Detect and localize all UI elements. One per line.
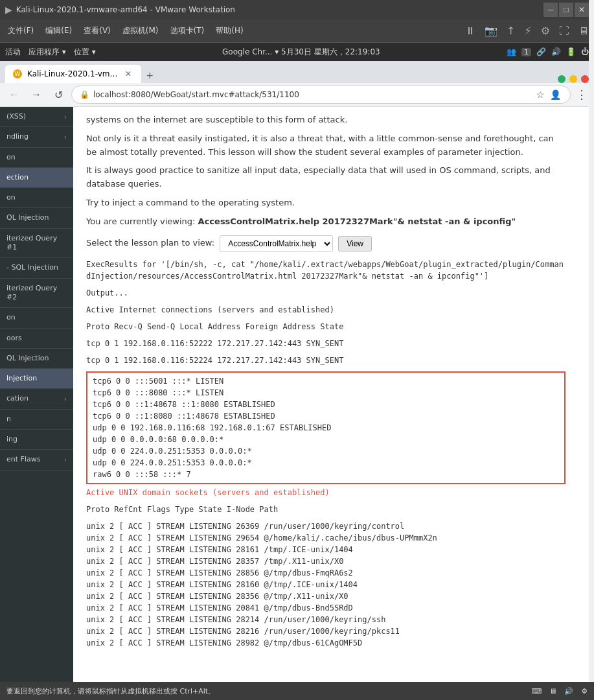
traffic-light-green — [558, 75, 565, 83]
sidebar-item-label: on — [6, 193, 67, 202]
unix-header-red: Active UNIX domain sockets (servers and … — [86, 487, 565, 498]
activities-item[interactable]: 活动 — [5, 47, 21, 58]
sidebar-item-cation[interactable]: cation › — [0, 389, 73, 409]
sidebar-item-label: - SQL Injection — [6, 263, 67, 272]
intro-para-2: Not only is it a threat easily instigate… — [86, 132, 565, 159]
account-button[interactable]: 👤 — [549, 88, 562, 101]
traffic-lights — [558, 75, 589, 83]
address-bar[interactable]: 🔒 localhost:8080/WebGoat/start.mvc#attac… — [71, 86, 571, 104]
power-icon[interactable]: ⚡ — [521, 23, 534, 38]
keyboard-icon: ⌨ — [531, 687, 542, 695]
sidebar-item-n[interactable]: n — [0, 410, 73, 430]
vmware-toolbar-icons: ⏸ 📷 ↑ ⚡ ⚙ ⛶ 🖥 — [463, 23, 591, 38]
snapshot-icon[interactable]: 📷 — [482, 23, 500, 38]
sidebar-item-on2[interactable]: on — [0, 188, 73, 208]
sidebar-item-label: iterized Query #1 — [6, 234, 67, 253]
traffic-light-yellow — [569, 75, 577, 83]
view-button[interactable]: View — [338, 236, 372, 251]
fullscreen-icon[interactable]: ⛶ — [556, 23, 572, 38]
sidebar-item-flaws[interactable]: ent Flaws › — [0, 450, 73, 470]
unix-entry-7: unix 2 [ ACC ] STREAM LISTENING 20841 @/… — [86, 602, 565, 614]
main-area: (XSS) › ndling › on ection on QL Injecti… — [0, 107, 594, 682]
lesson-select[interactable]: AccessControlMatrix.help — [220, 235, 333, 252]
sidebar-item-doors[interactable]: oors — [0, 329, 73, 349]
applications-item[interactable]: 应用程序 ▾ — [29, 47, 66, 58]
current-viewing-value: AccessControlMatrix.help 20172327Mark"& … — [198, 216, 516, 226]
hl-conn-4: udp 0 0 192.168.0.116:68 192.168.0.1:67 … — [93, 422, 559, 434]
network-icon: 🔗 — [536, 47, 546, 56]
hl-conn-1: tcp6 0 0 :::8080 :::* LISTEN — [93, 387, 559, 399]
sidebar-item-label: ent Flaws — [6, 455, 64, 464]
reload-button[interactable]: ↺ — [49, 86, 67, 104]
sidebar-item-label: n — [6, 415, 67, 424]
menu-edit[interactable]: 编辑(E) — [40, 23, 77, 39]
display-small-icon: 🖥 — [549, 687, 556, 695]
status-bar-right: ⌨ 🖥 🔊 ⚙ — [531, 687, 588, 695]
sidebar-item-label: on — [6, 313, 67, 322]
pause-icon[interactable]: ⏸ — [463, 23, 478, 38]
sidebar-item-sql-injection[interactable]: QL Injection — [0, 208, 73, 228]
sidebar-item-xss[interactable]: (XSS) › — [0, 107, 73, 127]
exec-results: ExecResults for '[/bin/sh, -c, cat "/hom… — [86, 259, 565, 366]
menu-vm[interactable]: 虚拟机(M) — [117, 23, 164, 39]
hl-conn-3: tcp6 0 0 ::1:8080 ::1:48678 ESTABLISHED — [93, 410, 559, 422]
current-viewing-label: You are currently viewing: — [86, 216, 195, 226]
browser-tab[interactable]: W Kali-Linux-2020.1-vmwar... ✕ — [5, 65, 141, 83]
hl-conn-2: tcp6 0 0 ::1:48678 ::1:8080 ESTABLISHED — [93, 399, 559, 410]
os-topbar-left: 活动 应用程序 ▾ 位置 ▾ — [5, 47, 96, 58]
bookmark-button[interactable]: ☆ — [535, 88, 546, 101]
tab-favicon: W — [13, 69, 22, 78]
forward-button[interactable]: → — [27, 86, 45, 104]
menu-view[interactable]: 查看(V) — [78, 23, 116, 39]
sidebar-item-on3[interactable]: on — [0, 308, 73, 328]
hl-conn-8: raw6 0 0 :::58 :::* 7 — [93, 469, 559, 480]
places-item[interactable]: 位置 ▾ — [74, 47, 96, 58]
address-bar-actions: ☆ 👤 — [535, 88, 562, 101]
chevron-icon: › — [64, 456, 67, 464]
os-topbar-right: 👥 1 🔗 🔊 🔋 ⏻ — [507, 47, 589, 56]
sound-small-icon: 🔊 — [564, 687, 573, 695]
sidebar-item-label: ection — [6, 173, 67, 182]
sidebar-item-ql-injection[interactable]: QL Injection — [0, 349, 73, 369]
menu-tabs[interactable]: 选项卡(T) — [165, 23, 210, 39]
menu-file[interactable]: 文件(F) — [3, 23, 39, 39]
title-bar: ▶ Kali-Linux-2020.1-vmware-amd64 - VMwar… — [0, 0, 594, 19]
sidebar-item-on[interactable]: on — [0, 148, 73, 168]
back-button[interactable]: ← — [5, 86, 23, 104]
hl-conn-5: udp 0 0 0.0.0.0:68 0.0.0.0:* — [93, 434, 559, 445]
sidebar-item-parameterized-1[interactable]: iterized Query #1 — [0, 229, 73, 259]
vmware-logo-icon: ▶ — [5, 5, 12, 15]
settings-icon[interactable]: ⚙ — [538, 23, 553, 38]
title-bar-left: ▶ Kali-Linux-2020.1-vmware-amd64 - VMwar… — [5, 5, 235, 15]
sidebar-item-label: iterized Query #2 — [6, 284, 67, 303]
menu-help[interactable]: 帮助(H) — [211, 23, 248, 39]
os-topbar: 活动 应用程序 ▾ 位置 ▾ Google Chr... ▾ 5月30日 星期六… — [0, 43, 594, 61]
sidebar-item-handling[interactable]: ndling › — [0, 127, 73, 147]
os-topbar-center: Google Chr... ▾ 5月30日 星期六，22:19:03 — [96, 47, 507, 58]
send-icon[interactable]: ↑ — [504, 23, 518, 38]
unix-entry-8: unix 2 [ ACC ] STREAM LISTENING 28214 /r… — [86, 614, 565, 625]
minimize-button[interactable]: ─ — [543, 3, 558, 17]
window-controls: ─ □ ✕ — [543, 3, 589, 17]
display-icon[interactable]: 🖥 — [576, 23, 591, 38]
sidebar-item-injection2[interactable]: Injection — [0, 369, 73, 389]
tab-close-button[interactable]: ✕ — [123, 69, 133, 79]
sidebar-item-ing[interactable]: ing — [0, 430, 73, 450]
browser-container: W Kali-Linux-2020.1-vmwar... ✕ + ← → ↺ 🔒… — [0, 61, 594, 682]
status-text: 要返回到您的计算机，请将鼠标指针从虚拟机移出或按 Ctrl+Alt。 — [6, 686, 531, 696]
sidebar-item-parameterized-2[interactable]: iterized Query #2 — [0, 279, 73, 309]
maximize-button[interactable]: □ — [559, 3, 573, 17]
lock-icon: 🔒 — [80, 90, 89, 99]
sidebar-item-sql2[interactable]: - SQL Injection — [0, 258, 73, 278]
power-off-icon: ⏻ — [581, 47, 589, 56]
window-title: Kali-Linux-2020.1-vmware-amd64 - VMware … — [16, 5, 235, 14]
content-area: systems on the internet are susceptible … — [73, 107, 594, 682]
close-button[interactable]: ✕ — [575, 3, 589, 17]
browser-menu-button[interactable]: ⋮ — [575, 86, 589, 103]
new-tab-button[interactable]: + — [141, 69, 159, 83]
traffic-light-red — [581, 75, 589, 83]
sidebar-item-injection[interactable]: ection — [0, 168, 73, 188]
unix-entry-0: unix 2 [ ACC ] STREAM LISTENING 26369 /r… — [86, 520, 565, 532]
hl-conn-6: udp 0 0 224.0.0.251:5353 0.0.0.0:* — [93, 445, 559, 457]
tab-label: Kali-Linux-2020.1-vmwar... — [27, 69, 118, 78]
